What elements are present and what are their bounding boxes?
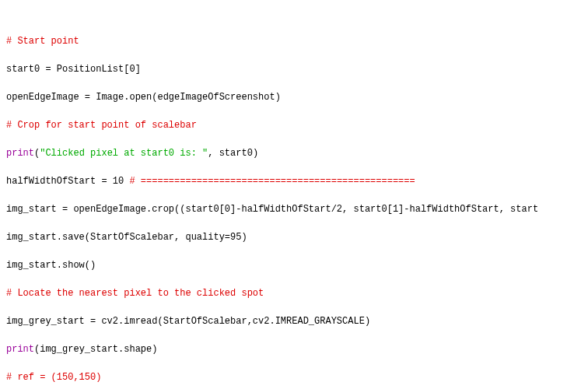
code: img_start.save(StartOfScalebar, quality=… [6,232,247,243]
code-line-1: # Start point [6,34,588,48]
comment: # Start point [6,36,79,47]
code-line-11: img_grey_start = cv2.imread(StartOfScale… [6,314,588,328]
comment: # ======================================… [129,176,415,187]
string: "Clicked pixel at start0 is: " [40,148,208,159]
builtin: print [6,148,34,159]
code-line-2: start0 = PositionList[0] [6,62,588,76]
comment: # Crop for start point of scalebar [6,120,197,131]
code-line-12: print(img_grey_start.shape) [6,342,588,356]
code: img_start = openEdgeImage.crop((start0[0… [6,204,538,215]
code-line-4: # Crop for start point of scalebar [6,118,588,132]
code-line-7: img_start = openEdgeImage.crop((start0[0… [6,202,588,216]
builtin: print [6,344,34,355]
code-line-3: openEdgeImage = Image.open(edgeImageOfSc… [6,90,588,104]
code-line-8: img_start.save(StartOfScalebar, quality=… [6,230,588,244]
code: openEdgeImage = Image.open(edgeImageOfSc… [6,92,281,103]
comment: # ref = (150,150) [6,372,101,383]
code: (img_grey_start.shape) [34,344,157,355]
code-line-9: img_start.show() [6,258,588,272]
code: img_grey_start = cv2.imread(StartOfScale… [6,316,370,327]
code: , start0) [208,148,258,159]
code: halfWidthOfStart = 10 [6,176,129,187]
code-line-6: halfWidthOfStart = 10 # ================… [6,174,588,188]
code-line-13: # ref = (150,150) [6,370,588,384]
code: start0 = PositionList[0] [6,64,141,75]
code: img_start.show() [6,260,96,271]
code-line-10: # Locate the nearest pixel to the clicke… [6,286,588,300]
comment: # Locate the nearest pixel to the clicke… [6,288,264,299]
code-line-5: print("Clicked pixel at start0 is: ", st… [6,146,588,160]
